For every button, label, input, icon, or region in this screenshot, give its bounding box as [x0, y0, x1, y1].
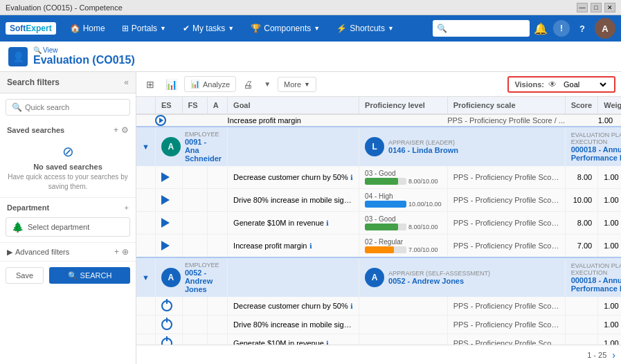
goal-info-icon[interactable]: ℹ	[309, 242, 312, 250]
nav-tasks-label: My tasks	[192, 24, 225, 33]
nav-search-box[interactable]: 🔍	[433, 20, 530, 37]
emp-collapse-1[interactable]: ▼	[136, 257, 155, 297]
eval-plan-info-0: EVALUATION PLAN EXECUTION 000018 - Annua…	[571, 131, 621, 162]
goal-score-0-2: 8.00	[565, 212, 598, 235]
search-icon: 🔍	[437, 24, 447, 33]
adv-filters-add2-icon[interactable]: ⊕	[122, 247, 129, 257]
nav-shortcuts[interactable]: ⚡ Shortcuts ▼	[330, 21, 401, 36]
goal-info-icon[interactable]: ℹ	[350, 174, 353, 181]
appraiser-details-0: APPRAISER (LEADER) 0146 - Linda Brown	[388, 139, 458, 154]
goal-es-1-2[interactable]	[155, 334, 182, 345]
goal-prof-level-1-1	[359, 316, 448, 334]
print-button[interactable]: 🖨	[239, 76, 257, 93]
eval-plan-value-1[interactable]: 000018 - Annual Performance Eval...	[571, 276, 621, 293]
nav-search-input[interactable]	[450, 24, 525, 33]
search-button[interactable]: 🔍 SEARCH	[49, 267, 130, 284]
window-controls[interactable]: — □ ✕	[577, 3, 615, 12]
eval-plan-value-0[interactable]: 000018 - Annual Performance Eval...	[571, 145, 621, 162]
notification-icon[interactable]: 🔔	[532, 20, 549, 37]
goal-weight-1-0: 1.00	[598, 297, 621, 316]
user-avatar[interactable]: A	[595, 18, 615, 39]
quick-search-box[interactable]: 🔍	[6, 99, 130, 116]
visions-selector[interactable]: Visions: 👁 Goal Employee Summary	[507, 76, 615, 93]
goal-es-0-3[interactable]	[155, 235, 182, 258]
nav-home[interactable]: 🏠 Home	[63, 21, 112, 36]
play-icon[interactable]	[161, 195, 170, 205]
analyze-label: Analyze	[203, 80, 230, 89]
summary-prof-level	[359, 114, 448, 127]
help-icon[interactable]: ?	[574, 20, 591, 37]
proficiency-bar: 04 - High 10.00/10.00	[365, 192, 442, 208]
analyze-button[interactable]: 📊 Analyze	[184, 76, 236, 92]
breadcrumb-bar: 👤 🔍 View Evaluation (CO015)	[0, 42, 621, 72]
more-button[interactable]: More ▼	[278, 77, 316, 92]
goal-es-1-1[interactable]	[155, 316, 182, 334]
goal-es-0-0[interactable]	[155, 166, 182, 189]
sidebar-collapse-icon[interactable]: «	[124, 78, 129, 87]
appraiser-name-1[interactable]: 0052 - Andrew Jones	[388, 277, 490, 285]
goal-weight-0-3: 1.00	[598, 235, 621, 258]
nav-tasks[interactable]: ✔ My tasks ▼	[176, 21, 241, 36]
adv-filters-label[interactable]: ▶ Advanced filters	[7, 248, 69, 257]
close-button[interactable]: ✕	[604, 3, 615, 12]
adv-filters-arrow[interactable]: ▶	[7, 248, 12, 257]
saved-searches-actions[interactable]: + ⚙	[114, 125, 129, 135]
next-page-button[interactable]: ›	[612, 349, 615, 361]
print-arrow-button[interactable]: ▼	[260, 78, 275, 91]
select-department-button[interactable]: 🌲 Select department	[6, 217, 130, 237]
emp-collapse-0[interactable]: ▼	[136, 127, 155, 166]
logo[interactable]: SoftExpert	[6, 22, 56, 35]
eval-plan-label-0: EVALUATION PLAN EXECUTION	[571, 131, 621, 145]
breadcrumb-view: 🔍 View	[33, 46, 135, 54]
window-title: Evaluation (CO015) - Competence	[6, 3, 123, 12]
grid-view-button[interactable]: ⊞	[142, 76, 159, 93]
tasks-arrow: ▼	[228, 25, 234, 32]
goal-info-icon[interactable]: ℹ	[350, 302, 353, 310]
emp-info-1: A EMPLOYEE 0052 - Andrew Jones	[155, 257, 227, 297]
goal-info-icon[interactable]: ℹ	[326, 219, 329, 227]
adv-filters-add-icon[interactable]: +	[114, 247, 119, 257]
emp-details-0: EMPLOYEE 0091 - Ana Schneider	[185, 131, 222, 163]
data-table-container: ES FS A Goal Proficiency level Proficien…	[136, 97, 621, 345]
no-searches-icon: ⊘	[7, 143, 129, 160]
bar-fill	[365, 201, 406, 208]
alert-icon[interactable]: !	[553, 20, 570, 37]
play-icon[interactable]	[161, 172, 170, 182]
maximize-button[interactable]: □	[591, 3, 602, 12]
appraiser-name-0[interactable]: 0146 - Linda Brown	[388, 146, 458, 154]
proficiency-bar: 03 - Good 8.00/10.00	[365, 215, 442, 230]
department-icon[interactable]: +	[125, 203, 129, 212]
goal-score-0-3: 7.00	[565, 235, 598, 258]
goal-es-0-1[interactable]	[155, 189, 182, 212]
portals-arrow: ▼	[160, 25, 166, 32]
play-icon[interactable]	[161, 218, 170, 228]
nav-portals[interactable]: ⊞ Portals ▼	[115, 21, 173, 36]
bar-label: 03 - Good	[365, 215, 438, 223]
minimize-button[interactable]: —	[577, 3, 588, 12]
add-search-icon[interactable]: +	[114, 125, 118, 135]
emp-eval-plan-0: EVALUATION PLAN EXECUTION 000018 - Annua…	[565, 127, 621, 166]
summary-collapse	[136, 114, 155, 127]
eval-plan-label-1: EVALUATION PLAN EXECUTION	[571, 262, 621, 276]
emp-appraiser-1: A APPRAISER (SELF-ASSESSMENT) 0052 - And…	[359, 257, 566, 297]
bar-label: 04 - High	[365, 192, 442, 200]
goal-es-1-0[interactable]	[155, 297, 182, 316]
power-icon[interactable]	[161, 300, 172, 311]
play-icon[interactable]	[161, 241, 170, 251]
col-a-header: A	[207, 97, 227, 114]
proficiency-bar: 03 - Good 8.00/10.00	[365, 170, 442, 185]
emp-name-1[interactable]: 0052 - Andrew Jones	[185, 269, 222, 293]
nav-components[interactable]: 🏆 Components ▼	[244, 21, 327, 36]
goal-es-0-2[interactable]	[155, 212, 182, 235]
power-icon[interactable]	[161, 319, 172, 330]
visions-select[interactable]: Goal Employee Summary	[561, 80, 609, 89]
goal-weight-0-1: 1.00	[598, 189, 621, 212]
emp-name-0[interactable]: 0091 - Ana Schneider	[185, 138, 222, 163]
save-button[interactable]: Save	[6, 267, 44, 284]
power-icon[interactable]	[161, 338, 172, 345]
goal-scale-0-2: PPS - Proficiency Profile Score / ...	[447, 212, 565, 235]
goal-info-icon[interactable]: ℹ	[326, 340, 329, 345]
search-input[interactable]	[25, 103, 124, 111]
settings-search-icon[interactable]: ⚙	[121, 125, 129, 135]
chart-view-button[interactable]: 📊	[161, 76, 181, 93]
